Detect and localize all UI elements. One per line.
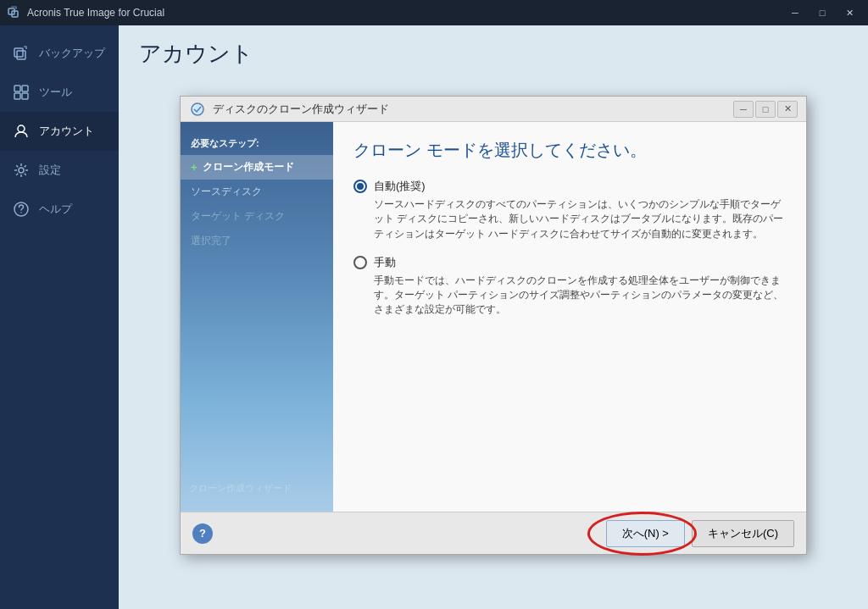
option-auto: 自動(推奨) ソースハードディスクのすべてのパーティションは、いくつかのシンプル…: [353, 179, 786, 241]
app-title: Acronis True Image for Crucial: [27, 7, 783, 19]
help-icon: [12, 200, 31, 219]
watermark: クローン作成ウィザード: [189, 482, 292, 495]
step-clone-mode[interactable]: + クローン作成モード: [181, 155, 333, 180]
svg-point-9: [19, 168, 24, 173]
svg-point-11: [20, 212, 22, 213]
sidebar-item-account[interactable]: アカウント: [0, 112, 119, 151]
content-panel: クローン モードを選択してください。 自動(推奨) ソースハードディスクのすべて…: [333, 122, 806, 512]
option-manual-desc: 手動モードでは、ハードディスクのクローンを作成する処理全体をユーザーが制御できま…: [374, 274, 786, 318]
minimize-button[interactable]: ─: [783, 3, 807, 22]
svg-rect-7: [22, 93, 28, 99]
sidebar-item-tools[interactable]: ツール: [0, 73, 119, 112]
step-plus-icon: +: [191, 161, 198, 174]
step-target-disk: ターゲット ディスク: [181, 204, 333, 229]
option-manual-label: 手動: [374, 255, 396, 270]
sidebar-item-backup[interactable]: バックアップ: [0, 34, 119, 73]
sidebar-label-backup: バックアップ: [39, 46, 105, 61]
option-auto-label: 自動(推奨): [374, 179, 426, 194]
svg-rect-3: [17, 51, 25, 59]
option-auto-row[interactable]: 自動(推奨): [353, 179, 786, 194]
window-controls: ─ □ ✕: [783, 3, 861, 22]
svg-point-8: [18, 125, 25, 132]
dialog-window-controls: ─ □ ✕: [733, 101, 798, 118]
option-auto-desc: ソースハードディスクのすべてのパーティションは、いくつかのシンプルな手順でターゲ…: [374, 197, 786, 241]
steps-header: 必要なステップ:: [181, 130, 333, 155]
clone-wizard-dialog: ディスクのクローン作成ウィザード ─ □ ✕ 必要なステップ: + クローン作: [180, 96, 807, 555]
close-button[interactable]: ✕: [837, 3, 861, 22]
radio-auto[interactable]: [353, 180, 367, 193]
dialog-minimize-button[interactable]: ─: [733, 101, 754, 118]
svg-point-12: [192, 103, 203, 115]
cancel-button[interactable]: キャンセル(C): [692, 520, 794, 547]
sidebar-label-settings: 設定: [39, 163, 61, 178]
sidebar: バックアップ ツール アカウント: [0, 25, 119, 609]
tools-icon: [12, 83, 31, 102]
svg-rect-6: [14, 93, 20, 99]
dialog-titlebar: ディスクのクローン作成ウィザード ─ □ ✕: [181, 97, 806, 122]
option-manual: 手動 手動モードでは、ハードディスクのクローンを作成する処理全体をユーザーが制御…: [353, 255, 786, 318]
sidebar-label-tools: ツール: [39, 85, 72, 100]
content-title: クローン モードを選択してください。: [353, 139, 786, 162]
help-button[interactable]: ?: [192, 523, 213, 544]
app-body: バックアップ ツール アカウント: [0, 25, 868, 609]
step-source-disk-label: ソースディスク: [191, 185, 262, 199]
sidebar-item-settings[interactable]: 設定: [0, 151, 119, 190]
dialog-close-button[interactable]: ✕: [777, 101, 798, 118]
dialog-icon: [189, 101, 206, 118]
settings-icon: [12, 161, 31, 180]
option-manual-row[interactable]: 手動: [353, 255, 786, 270]
sidebar-label-account: アカウント: [39, 124, 94, 139]
svg-rect-4: [14, 86, 20, 91]
svg-rect-2: [14, 48, 23, 57]
step-clone-mode-label: クローン作成モード: [203, 160, 294, 174]
step-source-disk[interactable]: ソースディスク: [181, 180, 333, 204]
maximize-button[interactable]: □: [810, 3, 834, 22]
step-target-disk-label: ターゲット ディスク: [191, 209, 285, 224]
page-title: アカウント: [119, 25, 868, 79]
step-complete-label: 選択完了: [191, 234, 231, 248]
account-icon: [12, 122, 31, 141]
radio-manual[interactable]: [353, 256, 367, 269]
steps-panel: 必要なステップ: + クローン作成モード ソースディスク ターゲット ディスク: [181, 122, 333, 512]
backup-icon: [12, 44, 31, 63]
dialog-body: 必要なステップ: + クローン作成モード ソースディスク ターゲット ディスク: [181, 122, 806, 512]
step-complete: 選択完了: [181, 229, 333, 253]
app-icon: [7, 5, 22, 20]
next-button-wrapper: 次へ(N) >: [599, 520, 685, 547]
next-button[interactable]: 次へ(N) >: [606, 520, 685, 547]
dialog-footer: ? 次へ(N) > キャンセル(C): [181, 512, 806, 554]
dialog-overlay: ディスクのクローン作成ウィザード ─ □ ✕ 必要なステップ: + クローン作: [119, 79, 868, 609]
svg-rect-5: [22, 86, 28, 91]
titlebar: Acronis True Image for Crucial ─ □ ✕: [0, 0, 868, 25]
dialog-title: ディスクのクローン作成ウィザード: [213, 102, 733, 117]
sidebar-item-help[interactable]: ヘルプ: [0, 190, 119, 229]
main-content: アカウント ディスクのクローン作成ウィザード ─ □ ✕: [119, 25, 868, 609]
sidebar-label-help: ヘルプ: [39, 202, 72, 217]
dialog-maximize-button[interactable]: □: [755, 101, 776, 118]
